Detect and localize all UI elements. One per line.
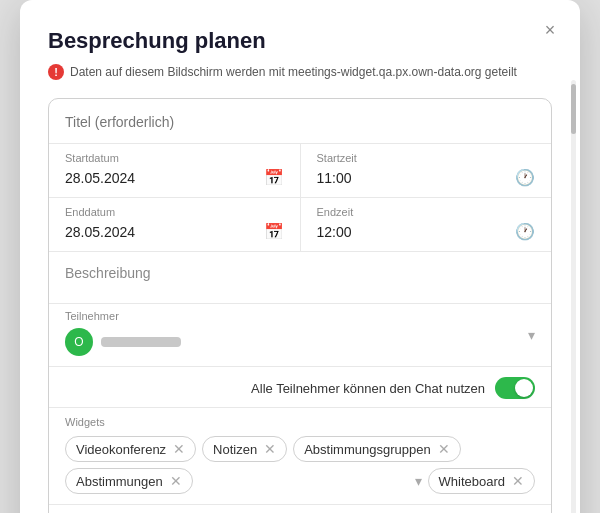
widget-remove-videokonferenz[interactable]: ✕ [173, 441, 185, 457]
description-placeholder: Beschreibung [65, 265, 151, 281]
toggle-knob [515, 379, 533, 397]
widget-label-abstimmungsgruppen: Abstimmungsgruppen [304, 442, 430, 457]
close-button[interactable]: × [536, 16, 564, 44]
participants-label: Teilnehmer [65, 310, 119, 322]
start-date-label: Startdatum [65, 152, 284, 164]
participants-dropdown-arrow[interactable]: ▾ [528, 327, 535, 343]
info-bar: ! Daten auf diesem Bildschirm werden mit… [48, 64, 552, 80]
start-date-value: 28.05.2024 [65, 170, 135, 186]
widget-chip-whiteboard: Whiteboard ✕ [428, 468, 535, 494]
widget-remove-abstimmungen[interactable]: ✕ [170, 473, 182, 489]
end-date-field[interactable]: Enddatum 28.05.2024 📅 [49, 198, 301, 251]
start-time-value: 11:00 [317, 170, 352, 186]
repeat-section[interactable]: Die Besprechung wiederholen [49, 505, 551, 513]
chat-toggle-row: Alle Teilnehmer können den Chat nutzen [49, 367, 551, 408]
form-area: Startdatum 28.05.2024 📅 Startzeit 11:00 … [48, 98, 552, 513]
dialog-title: Besprechung planen [48, 28, 552, 54]
start-time-field[interactable]: Startzeit 11:00 🕐 [301, 144, 552, 197]
widget-chip-abstimmungsgruppen: Abstimmungsgruppen ✕ [293, 436, 460, 462]
title-field[interactable] [49, 99, 551, 144]
end-date-value: 28.05.2024 [65, 224, 135, 240]
widget-label-videokonferenz: Videokonferenz [76, 442, 166, 457]
widgets-dropdown-arrow[interactable]: ▾ [415, 473, 422, 489]
info-icon: ! [48, 64, 64, 80]
widgets-row: Videokonferenz ✕ Notizen ✕ Abstimmungsgr… [65, 436, 535, 494]
end-time-field[interactable]: Endzeit 12:00 🕐 [301, 198, 552, 251]
end-time-value: 12:00 [317, 224, 352, 240]
avatar-name-bar [101, 337, 181, 347]
end-row: Enddatum 28.05.2024 📅 Endzeit 12:00 🕐 [49, 198, 551, 252]
widget-chip-videokonferenz: Videokonferenz ✕ [65, 436, 196, 462]
dialog: × Besprechung planen ! Daten auf diesem … [20, 0, 580, 513]
start-date-field[interactable]: Startdatum 28.05.2024 📅 [49, 144, 301, 197]
chat-toggle-label: Alle Teilnehmer können den Chat nutzen [251, 381, 485, 396]
widget-chip-notizen: Notizen ✕ [202, 436, 287, 462]
widget-label-whiteboard: Whiteboard [439, 474, 505, 489]
start-row: Startdatum 28.05.2024 📅 Startzeit 11:00 … [49, 144, 551, 198]
clock-icon: 🕐 [515, 168, 535, 187]
scrollbar-track[interactable] [571, 80, 576, 513]
widget-remove-notizen[interactable]: ✕ [264, 441, 276, 457]
calendar-icon: 📅 [264, 168, 284, 187]
widget-label-notizen: Notizen [213, 442, 257, 457]
participants-field[interactable]: Teilnehmer O ▾ [49, 304, 551, 367]
title-input[interactable] [65, 114, 535, 130]
description-field[interactable]: Beschreibung [49, 252, 551, 304]
participants-content: O [65, 328, 181, 356]
widgets-section: Widgets Videokonferenz ✕ Notizen ✕ Absti… [49, 408, 551, 505]
scrollbar-thumb [571, 84, 576, 134]
calendar-icon-2: 📅 [264, 222, 284, 241]
avatar: O [65, 328, 93, 356]
chat-toggle[interactable] [495, 377, 535, 399]
widget-remove-abstimmungsgruppen[interactable]: ✕ [438, 441, 450, 457]
info-text: Daten auf diesem Bildschirm werden mit m… [70, 65, 517, 79]
widget-remove-whiteboard[interactable]: ✕ [512, 473, 524, 489]
end-time-label: Endzeit [317, 206, 536, 218]
widget-chip-abstimmungen: Abstimmungen ✕ [65, 468, 193, 494]
clock-icon-2: 🕐 [515, 222, 535, 241]
start-time-label: Startzeit [317, 152, 536, 164]
widgets-label: Widgets [65, 416, 535, 428]
widget-label-abstimmungen: Abstimmungen [76, 474, 163, 489]
end-date-label: Enddatum [65, 206, 284, 218]
